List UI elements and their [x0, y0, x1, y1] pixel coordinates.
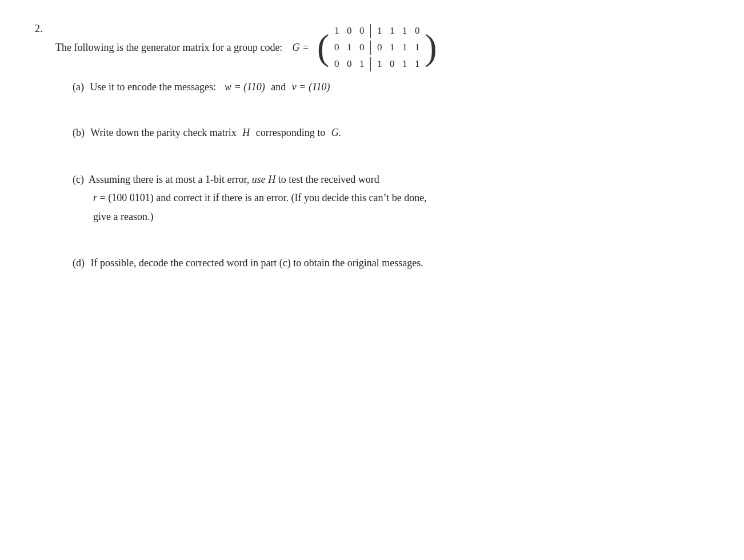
cell-r3c4: 1 — [373, 56, 386, 73]
sub-part-d: (d) If possible, decode the corrected wo… — [73, 254, 709, 272]
part-b-content: (b) Write down the parity check matrix H… — [73, 124, 709, 142]
cell-r1c2: 0 — [343, 23, 355, 39]
part-b-G-var: G. — [329, 124, 341, 142]
matrix-divider-r1 — [370, 24, 371, 38]
matrix-label: G = — [287, 39, 309, 56]
cell-r3c1: 0 — [330, 56, 343, 73]
matrix-inner: 1 0 0 1 1 1 0 0 1 0 — [330, 23, 423, 73]
cell-r3c2: 0 — [343, 56, 355, 73]
cell-r1c3: 0 — [355, 23, 368, 39]
cell-r2c5: 1 — [386, 39, 398, 56]
sub-parts: (a) Use it to encode the messages: w = (… — [55, 78, 709, 272]
matrix-divider-r2 — [370, 41, 371, 55]
part-d-content: (d) If possible, decode the corrected wo… — [73, 254, 709, 272]
matrix-wrapper: ( 1 0 0 1 1 1 0 — [317, 23, 437, 73]
part-c-text3: give a reason.) — [73, 211, 153, 222]
cell-r2c1: 0 — [330, 39, 343, 56]
cell-r2c4: 0 — [373, 39, 386, 56]
sub-part-c: (c) Assuming there is at most a 1-bit er… — [73, 170, 709, 226]
cell-r2c6: 1 — [398, 39, 411, 56]
part-b-text2: corresponding to — [253, 124, 325, 142]
cell-r2c3: 0 — [355, 39, 368, 56]
cell-r3c7: 1 — [411, 56, 423, 73]
part-a-content: (a) Use it to encode the messages: w = (… — [73, 78, 709, 96]
cell-r2c7: 1 — [411, 39, 423, 56]
problem-main: The following is the generator matrix fo… — [55, 23, 709, 301]
cell-r1c6: 1 — [398, 23, 411, 39]
problem-container: 2. The following is the generator matrix… — [35, 23, 709, 301]
part-c-label: (c) — [73, 174, 84, 185]
cell-r3c6: 1 — [398, 56, 411, 73]
part-a-label: (a) — [73, 78, 84, 96]
problem-num-label: 2. — [35, 23, 55, 35]
part-c-content: (c) Assuming there is at most a 1-bit er… — [73, 170, 709, 226]
part-b-H-var: H — [240, 124, 250, 142]
problem-number: 2. The following is the generator matrix… — [35, 23, 709, 301]
part-a-eq1: w = (110) — [219, 78, 265, 96]
problem-intro: The following is the generator matrix fo… — [55, 23, 709, 73]
part-a-connector: and — [269, 78, 286, 96]
part-b-text1: Write down the parity check matrix — [88, 124, 237, 142]
part-d-label: (d) — [73, 254, 85, 272]
cell-r1c1: 1 — [330, 23, 343, 39]
matrix-divider-r3 — [370, 57, 371, 71]
cell-r3c5: 0 — [386, 56, 398, 73]
cell-r1c4: 1 — [373, 23, 386, 39]
matrix-row-2: 0 1 0 0 1 1 1 — [330, 39, 423, 56]
cell-r2c2: 1 — [343, 39, 355, 56]
part-c-text1: Assuming there is at most a 1-bit error,… — [86, 174, 379, 185]
cell-r1c7: 0 — [411, 23, 423, 39]
sub-part-b: (b) Write down the parity check matrix H… — [73, 124, 709, 142]
part-c-text2: r = (100 0101) and correct it if there i… — [73, 192, 427, 203]
part-d-text: If possible, decode the corrected word i… — [88, 254, 423, 272]
cell-r3c3: 1 — [355, 56, 368, 73]
matrix-row-1: 1 0 0 1 1 1 0 — [330, 23, 423, 39]
sub-part-a: (a) Use it to encode the messages: w = (… — [73, 78, 709, 96]
cell-r1c5: 1 — [386, 23, 398, 39]
part-a-eq2: v = (110) — [289, 78, 330, 96]
intro-text: The following is the generator matrix fo… — [55, 39, 282, 56]
part-b-label: (b) — [73, 124, 85, 142]
matrix-row-3: 0 0 1 1 0 1 1 — [330, 56, 423, 73]
left-paren: ( — [317, 29, 329, 66]
part-a-text: Use it to encode the messages: — [87, 78, 216, 96]
right-paren: ) — [425, 29, 437, 66]
